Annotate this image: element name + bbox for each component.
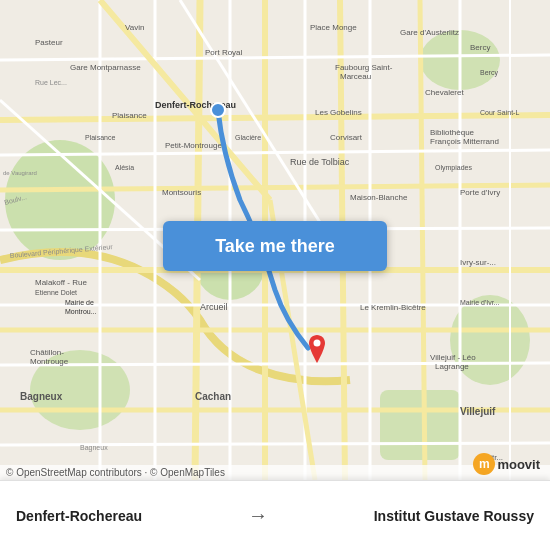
- svg-text:Etienne Dolet: Etienne Dolet: [35, 289, 77, 296]
- attribution-bar: © OpenStreetMap contributors · © OpenMap…: [0, 465, 550, 480]
- svg-text:Cachan: Cachan: [195, 391, 231, 402]
- svg-text:Bercy: Bercy: [480, 69, 498, 77]
- svg-text:Montsouris: Montsouris: [162, 188, 201, 197]
- svg-text:Rue Lec...: Rue Lec...: [35, 79, 67, 86]
- svg-text:Pasteur: Pasteur: [35, 38, 63, 47]
- svg-text:Le Kremlin-Bicêtre: Le Kremlin-Bicêtre: [360, 303, 426, 312]
- svg-text:Mairie d'Ivr...: Mairie d'Ivr...: [460, 299, 500, 306]
- svg-text:Ivry-sur-...: Ivry-sur-...: [460, 258, 496, 267]
- moovit-brand: moovit: [497, 457, 540, 472]
- moovit-logo: m moovit: [473, 453, 540, 475]
- svg-rect-6: [380, 390, 460, 460]
- map-container: Boulevard Périphérique Extérieur Rue Lec…: [0, 0, 550, 480]
- svg-text:Arcueil: Arcueil: [200, 302, 228, 312]
- svg-text:Châtillon-Montrouge: Châtillon-Montrouge: [30, 348, 69, 366]
- svg-point-4: [450, 295, 530, 385]
- destination-pin: [305, 335, 329, 367]
- svg-text:Bercy: Bercy: [470, 43, 490, 52]
- svg-text:Corvisart: Corvisart: [330, 133, 363, 142]
- svg-text:Gare d'Austerlitz: Gare d'Austerlitz: [400, 28, 459, 37]
- svg-text:Maison-Blanche: Maison-Blanche: [350, 193, 408, 202]
- svg-text:Glacière: Glacière: [235, 134, 261, 141]
- attribution-text: © OpenStreetMap contributors · © OpenMap…: [6, 467, 225, 478]
- svg-point-76: [314, 340, 321, 347]
- svg-text:Chevaleret: Chevaleret: [425, 88, 464, 97]
- svg-text:Bagneux: Bagneux: [80, 444, 108, 452]
- origin-marker: [211, 103, 225, 117]
- bottom-panel: Denfert-Rochereau → Institut Gustave Rou…: [0, 480, 550, 550]
- svg-text:de Vaugirard: de Vaugirard: [3, 170, 37, 176]
- svg-text:Alésia: Alésia: [115, 164, 134, 171]
- svg-text:Olympiades: Olympiades: [435, 164, 472, 172]
- svg-text:Vavin: Vavin: [125, 23, 144, 32]
- svg-text:Plaisance: Plaisance: [112, 111, 147, 120]
- svg-text:Port Royal: Port Royal: [205, 48, 243, 57]
- to-station-label: Institut Gustave Roussy: [374, 508, 534, 524]
- svg-text:Villejuif: Villejuif: [460, 406, 496, 417]
- svg-text:Gare Montparnasse: Gare Montparnasse: [70, 63, 141, 72]
- arrow-icon: →: [248, 504, 268, 527]
- svg-text:Place Monge: Place Monge: [310, 23, 357, 32]
- svg-text:Malakoff - Rue: Malakoff - Rue: [35, 278, 87, 287]
- svg-text:Rue de Tolbiac: Rue de Tolbiac: [290, 157, 350, 167]
- svg-text:Cour Saint-L: Cour Saint-L: [480, 109, 519, 116]
- moovit-m-icon: m: [473, 453, 495, 475]
- svg-text:Plaisance: Plaisance: [85, 134, 115, 141]
- svg-text:Les Gobelins: Les Gobelins: [315, 108, 362, 117]
- svg-text:Petit-Montrouge: Petit-Montrouge: [165, 141, 222, 150]
- svg-text:Bagneux: Bagneux: [20, 391, 63, 402]
- svg-text:Porte d'Ivry: Porte d'Ivry: [460, 188, 500, 197]
- from-station-label: Denfert-Rochereau: [16, 508, 142, 524]
- take-me-there-button[interactable]: Take me there: [163, 221, 387, 271]
